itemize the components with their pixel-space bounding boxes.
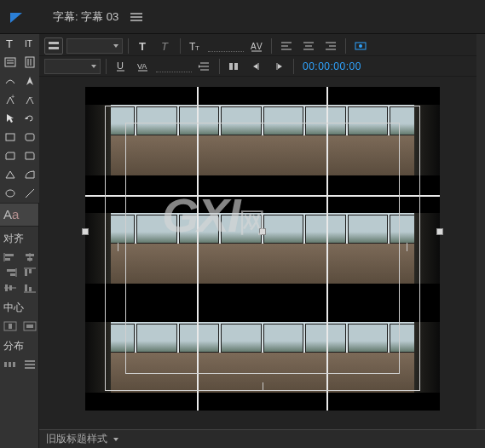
- ellipse-tool-icon[interactable]: [0, 184, 20, 203]
- align-panel-label: 对齐: [0, 227, 38, 250]
- pen-tool-icon[interactable]: [20, 72, 39, 90]
- svg-rect-29: [5, 284, 8, 291]
- tracking-field[interactable]: [156, 60, 192, 72]
- svg-text:-: -: [31, 94, 33, 100]
- align-left-text-icon[interactable]: [277, 37, 296, 55]
- svg-rect-41: [25, 360, 35, 362]
- tab-title[interactable]: 字幕: 字幕 03: [53, 9, 118, 25]
- vertical-text-tool-icon[interactable]: IT: [20, 34, 39, 53]
- font-size-icon[interactable]: TT: [186, 37, 205, 55]
- tick-bottom: [263, 382, 263, 391]
- svg-marker-78: [278, 64, 282, 69]
- svg-text:A: A: [251, 42, 257, 51]
- composition-frame[interactable]: [85, 87, 440, 411]
- align-vcenter-icon[interactable]: [0, 280, 20, 296]
- svg-rect-75: [234, 63, 238, 70]
- svg-rect-32: [25, 284, 27, 291]
- align-left-icon[interactable]: [0, 250, 20, 265]
- tab-menu-icon[interactable]: [130, 11, 142, 23]
- svg-rect-37: [26, 325, 33, 328]
- delete-point-tool-icon[interactable]: -: [20, 90, 39, 109]
- svg-marker-65: [91, 65, 96, 68]
- svg-marker-46: [113, 44, 118, 48]
- add-point-tool-icon[interactable]: +: [0, 90, 20, 109]
- show-video-icon[interactable]: [351, 37, 370, 55]
- align-right-icon[interactable]: [0, 265, 20, 280]
- back-arrow-icon[interactable]: [3, 4, 29, 30]
- titlebar: 字幕: 字幕 03: [0, 0, 485, 34]
- svg-rect-42: [25, 364, 35, 365]
- vertical-area-text-tool-icon[interactable]: [20, 53, 39, 72]
- svg-rect-24: [10, 273, 15, 276]
- canvas-area[interactable]: [39, 77, 485, 448]
- svg-marker-0: [10, 13, 22, 23]
- rotate-tool-icon[interactable]: [20, 109, 39, 128]
- tool-sidebar: T IT + - Aa 对齐: [0, 34, 39, 448]
- selection-handle-center[interactable]: [259, 228, 266, 235]
- text-tool-icon[interactable]: T: [0, 34, 20, 53]
- svg-point-64: [359, 44, 362, 48]
- distribute-v-icon[interactable]: [20, 357, 39, 372]
- underline-icon[interactable]: U: [112, 58, 130, 75]
- svg-rect-40: [13, 362, 15, 367]
- center-vertical-icon[interactable]: [0, 319, 20, 334]
- chevron-down-icon: [113, 436, 119, 443]
- svg-text:T: T: [6, 37, 13, 49]
- selection-handle-left[interactable]: [82, 228, 89, 235]
- font-style-dropdown[interactable]: [44, 59, 101, 74]
- selection-tool-icon[interactable]: [0, 109, 20, 128]
- svg-marker-76: [253, 64, 257, 69]
- options-row-2: U VA 00:00:00:00: [39, 56, 485, 77]
- svg-rect-3: [5, 58, 15, 66]
- clipped-rect-tool-icon[interactable]: [0, 146, 20, 165]
- tab-stops-icon[interactable]: [225, 58, 244, 75]
- arc-tool-icon[interactable]: [20, 165, 39, 184]
- align-top-icon[interactable]: [20, 265, 39, 280]
- svg-text:T: T: [195, 44, 199, 52]
- svg-rect-12: [6, 134, 14, 141]
- svg-text:IT: IT: [25, 39, 32, 49]
- svg-line-15: [26, 189, 34, 198]
- align-right-text-icon[interactable]: [321, 37, 340, 55]
- distribute-panel-label: 分布: [0, 334, 38, 357]
- align-center-text-icon[interactable]: [299, 37, 318, 55]
- area-text-tool-icon[interactable]: [0, 53, 20, 72]
- svg-rect-27: [29, 269, 32, 273]
- styles-footer[interactable]: 旧版标题样式: [39, 429, 485, 448]
- svg-rect-38: [4, 362, 7, 367]
- bold-icon[interactable]: T: [134, 37, 153, 55]
- svg-text:VA: VA: [137, 62, 147, 71]
- path-text-tool-icon[interactable]: [0, 72, 20, 90]
- font-size-field[interactable]: [208, 40, 244, 52]
- svg-rect-18: [5, 258, 10, 261]
- line-tool-icon[interactable]: [20, 184, 39, 203]
- svg-text:T: T: [139, 40, 146, 53]
- svg-point-14: [6, 190, 14, 197]
- type-style-icon[interactable]: Aa: [0, 203, 38, 227]
- center-horizontal-icon[interactable]: [20, 319, 39, 334]
- kerning-icon[interactable]: AV: [247, 37, 266, 55]
- align-hcenter-icon[interactable]: [20, 250, 39, 265]
- wedge-tool-icon[interactable]: [0, 165, 20, 184]
- options-row-1: T T TT AV: [39, 36, 485, 56]
- svg-rect-74: [229, 63, 233, 70]
- align-bottom-icon[interactable]: [20, 280, 39, 296]
- title-safe-frame: [125, 123, 400, 374]
- indent-left-icon[interactable]: [269, 58, 288, 75]
- vertical-scrollbar[interactable]: [476, 34, 485, 429]
- svg-rect-43: [25, 367, 35, 369]
- selection-handle-right[interactable]: [436, 228, 443, 235]
- tracking-icon[interactable]: VA: [134, 58, 153, 75]
- rounded-clip-tool-icon[interactable]: [20, 146, 39, 165]
- distribute-h-icon[interactable]: [0, 357, 20, 372]
- leading-icon[interactable]: [195, 58, 214, 75]
- italic-icon[interactable]: T: [156, 37, 175, 55]
- rectangle-tool-icon[interactable]: [0, 128, 20, 146]
- styles-footer-label: 旧版标题样式: [46, 432, 107, 446]
- title-actions-icon[interactable]: [44, 37, 63, 55]
- indent-right-icon[interactable]: [247, 58, 266, 75]
- rounded-rect-tool-icon[interactable]: [20, 128, 39, 146]
- timecode-display[interactable]: 00:00:00:00: [303, 60, 361, 72]
- svg-rect-45: [49, 47, 59, 49]
- font-family-dropdown[interactable]: [66, 38, 123, 54]
